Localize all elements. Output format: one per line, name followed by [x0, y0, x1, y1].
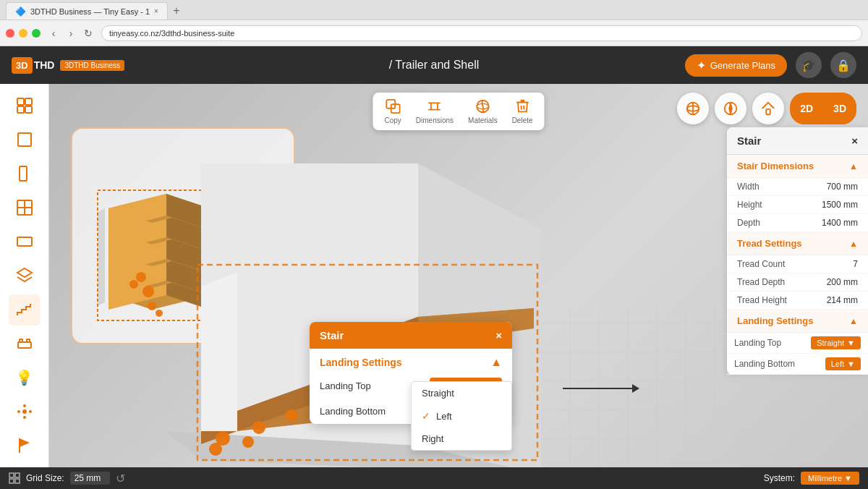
refresh-button[interactable]: ↻ — [81, 26, 95, 41]
svg-point-87 — [209, 443, 222, 456]
tread-height-row: Tread Height 214 mm — [727, 292, 868, 310]
account-button[interactable]: 🔒 — [830, 52, 856, 78]
dropdown-option-right[interactable]: Right — [412, 428, 511, 450]
landing-settings-section-toggle[interactable]: Landing Settings ▲ — [310, 349, 512, 373]
lock-icon: 🔒 — [836, 59, 851, 72]
grid-size-area: Grid Size: ↺ — [9, 472, 125, 485]
svg-rect-1 — [25, 98, 32, 105]
sidebar-item-furniture[interactable] — [9, 328, 41, 360]
generate-plans-label: Generate Plans — [710, 60, 775, 71]
sidebar-item-panels[interactable] — [9, 226, 41, 257]
svg-rect-32 — [766, 109, 770, 114]
generate-plans-button[interactable]: ✦ Generate Plans — [685, 54, 787, 77]
sidebar-item-layers[interactable] — [9, 260, 41, 291]
height-row: Height 1500 mm — [727, 196, 868, 214]
delete-tool[interactable]: Delete — [512, 98, 533, 124]
svg-rect-92 — [9, 479, 14, 483]
props-landing-settings-toggle[interactable]: Landing Settings ▲ — [727, 310, 868, 333]
main-layout: 💡 Copy Dimensions Materials — [0, 84, 868, 467]
props-landing-top-label: Landing Top — [734, 338, 781, 348]
arrow-line-horizontal — [563, 388, 635, 389]
svg-marker-48 — [98, 208, 105, 306]
sidebar-item-lighting[interactable]: 💡 — [9, 362, 41, 394]
sidebar-item-flag[interactable] — [9, 430, 41, 462]
svg-rect-2 — [17, 106, 24, 113]
sidebar-item-windows[interactable] — [9, 192, 41, 223]
sidebar-item-other[interactable] — [9, 396, 41, 428]
active-tab[interactable]: 🔷 3DTHD Business — Tiny Easy - 1 × — [6, 2, 168, 20]
help-button[interactable]: 🎓 — [796, 52, 822, 78]
props-landing-bottom-label: Landing Bottom — [734, 359, 795, 369]
new-tab-button[interactable]: + — [168, 2, 185, 20]
generate-icon: ✦ — [697, 59, 706, 72]
svg-rect-26 — [520, 100, 524, 103]
grid-size-label: Grid Size: — [26, 473, 64, 483]
stair-panel-title: Stair — [320, 329, 344, 341]
svg-rect-4 — [18, 133, 31, 146]
tab-bar: 🔷 3DTHD Business — Tiny Easy - 1 × + — [0, 0, 868, 20]
compass-view-button[interactable] — [715, 93, 746, 124]
view-controls: 2D 3D — [677, 93, 856, 124]
props-landing-bottom-arrow: ▼ — [847, 360, 855, 368]
depth-row: Depth 1400 mm — [727, 214, 868, 232]
2d-3d-toggle[interactable]: 2D 3D — [790, 93, 856, 124]
viewport[interactable]: Copy Dimensions Materials Delete — [49, 84, 868, 467]
forward-button[interactable]: › — [64, 26, 78, 41]
window-close[interactable] — [6, 29, 14, 38]
address-bar[interactable]: tinyeasy.co.nz/3dthd-business-suite — [101, 25, 862, 41]
props-landing-top-btn[interactable]: Straight ▼ — [811, 336, 861, 349]
dropdown-option-left[interactable]: ✓ Left — [412, 404, 511, 428]
tab-favicon: 🔷 — [15, 7, 26, 17]
logo-3d: 3D — [12, 57, 33, 74]
dropdown-option-straight[interactable]: Straight — [412, 382, 511, 404]
app-header: 3D THD 3DTHD Business / Trailer and Shel… — [0, 46, 868, 84]
sidebar-item-doors[interactable] — [9, 158, 41, 189]
svg-point-18 — [17, 410, 20, 413]
check-icon: ✓ — [422, 410, 430, 422]
svg-point-49 — [142, 286, 154, 297]
svg-point-19 — [29, 410, 32, 413]
system-label: System: — [764, 473, 795, 483]
tread-settings-toggle[interactable]: Tread Settings ▲ — [727, 232, 868, 255]
svg-marker-20 — [20, 438, 30, 447]
home-view-button[interactable] — [752, 93, 784, 124]
option-straight-label: Straight — [422, 388, 454, 399]
sidebar-item-floorplan[interactable] — [9, 90, 41, 121]
tab-close-btn[interactable]: × — [154, 7, 158, 15]
props-landing-bottom-btn[interactable]: Left ▼ — [825, 357, 861, 370]
bulb-icon: 💡 — [15, 369, 33, 386]
props-landing-collapse-icon: ▲ — [849, 316, 858, 326]
sidebar-item-stairs[interactable] — [9, 294, 41, 326]
copy-label: Copy — [384, 116, 401, 124]
grid-size-input[interactable] — [70, 472, 110, 485]
props-panel-close-btn[interactable]: × — [851, 135, 858, 147]
props-panel-header: Stair × — [727, 127, 868, 155]
stair-dimensions-label: Stair Dimensions — [737, 161, 814, 171]
2d-view-button[interactable]: 2D — [790, 93, 823, 124]
svg-point-51 — [136, 272, 146, 282]
stair-dimensions-toggle[interactable]: Stair Dimensions ▲ — [727, 155, 868, 178]
back-button[interactable]: ‹ — [46, 26, 61, 41]
copy-tool[interactable]: Copy — [384, 98, 401, 124]
svg-marker-11 — [17, 268, 32, 277]
window-controls — [6, 29, 41, 38]
svg-rect-5 — [20, 166, 27, 181]
tab-title: 3DTHD Business — Tiny Easy - 1 — [30, 7, 150, 16]
3d-view-button[interactable]: 3D — [823, 93, 856, 124]
materials-tool[interactable]: Materials — [468, 98, 498, 124]
system-value-button[interactable]: Millimetre ▼ — [801, 472, 859, 485]
delete-label: Delete — [512, 116, 533, 124]
sidebar-item-walls[interactable] — [9, 124, 41, 155]
svg-point-53 — [156, 310, 163, 317]
landing-bottom-label: Landing Bottom — [320, 406, 386, 417]
dimensions-tool[interactable]: Dimensions — [416, 98, 454, 124]
svg-rect-91 — [15, 473, 20, 477]
stair-panel-close-btn[interactable]: × — [495, 329, 502, 341]
tread-settings-label: Tread Settings — [737, 238, 802, 249]
orbit-view-button[interactable] — [677, 93, 709, 124]
grid-refresh-button[interactable]: ↺ — [116, 472, 125, 485]
width-row: Width 700 mm — [727, 178, 868, 196]
window-maximize[interactable] — [32, 29, 41, 38]
window-minimize[interactable] — [19, 29, 27, 38]
svg-rect-14 — [27, 339, 30, 342]
